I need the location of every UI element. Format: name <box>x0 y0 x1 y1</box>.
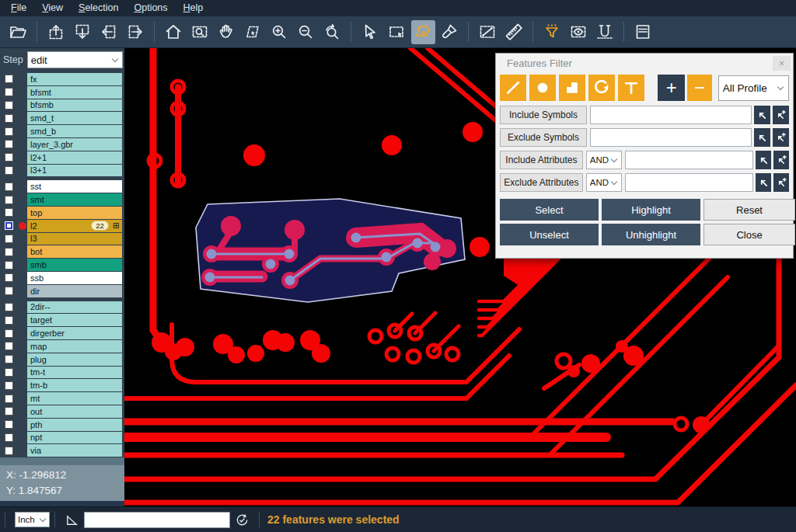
layer-row-plug[interactable]: plug <box>0 353 124 366</box>
layer-checkbox[interactable] <box>5 368 13 377</box>
tool-rect-select[interactable] <box>385 20 409 44</box>
layer-checkbox[interactable] <box>5 395 13 403</box>
add-from-canvas-button[interactable] <box>773 128 789 147</box>
layer-row-fx[interactable]: fx <box>0 73 124 85</box>
add-from-canvas-button[interactable] <box>773 151 789 169</box>
layer-row-layer_3.gbr[interactable]: layer_3.gbr <box>0 138 124 151</box>
close-icon[interactable]: × <box>773 56 791 71</box>
tool-shift-left[interactable] <box>97 20 121 44</box>
tool-zoom-in[interactable] <box>267 20 292 44</box>
layer-row-target[interactable]: target <box>0 314 124 326</box>
layer-row-l3+1[interactable]: l3+1 <box>0 165 124 177</box>
tool-zoom-window[interactable] <box>188 20 212 44</box>
layer-checkbox[interactable] <box>5 420 13 429</box>
layer-row-via[interactable]: via <box>0 444 124 457</box>
tool-import-bottom[interactable] <box>71 20 95 44</box>
tool-export-top[interactable] <box>44 20 68 44</box>
filter-shape-arc[interactable] <box>588 75 615 101</box>
tool-zoom-reset[interactable] <box>320 20 344 44</box>
layer-checkbox[interactable] <box>5 342 13 350</box>
menu-help[interactable]: Help <box>176 0 211 16</box>
layer-checkbox[interactable] <box>5 166 13 175</box>
layer-checkbox[interactable] <box>5 140 13 148</box>
filter-shape-text[interactable] <box>618 75 644 101</box>
layer-row-sst[interactable]: sst <box>0 180 124 193</box>
layer-checkbox[interactable] <box>5 101 13 110</box>
tool-measure[interactable] <box>476 20 500 44</box>
layer-checkbox[interactable] <box>5 183 13 191</box>
layer-row-smd_t[interactable]: smd_t <box>0 112 124 124</box>
add-filter-button[interactable]: + <box>658 75 685 101</box>
tool-features-filter[interactable] <box>540 20 564 44</box>
pick-from-canvas-button[interactable] <box>754 106 770 124</box>
close-button[interactable]: Close <box>703 224 795 245</box>
filter-value-input[interactable] <box>625 173 753 192</box>
filter-value-input[interactable] <box>625 151 753 169</box>
tool-pointer-select[interactable] <box>358 20 382 44</box>
filter-value-input[interactable] <box>590 128 752 147</box>
layer-checkbox[interactable] <box>5 433 13 442</box>
filter-label-button[interactable]: Exclude Symbols <box>500 128 587 147</box>
tool-snap[interactable] <box>593 20 617 44</box>
filter-value-input[interactable] <box>590 106 752 124</box>
layer-checkbox[interactable] <box>5 196 13 204</box>
filter-label-button[interactable]: Include Attributes <box>500 151 583 169</box>
layer-row-l2[interactable]: l222⊞ <box>0 220 124 232</box>
layer-checkbox[interactable] <box>5 261 13 269</box>
tool-shift-right[interactable] <box>124 20 148 44</box>
tool-open-folder[interactable] <box>6 20 30 44</box>
layer-checkbox[interactable] <box>5 208 13 217</box>
layer-checkbox[interactable] <box>5 447 13 455</box>
layer-checkbox[interactable] <box>5 248 13 256</box>
unhighlight-button[interactable]: Unhighlight <box>602 224 700 245</box>
tool-zoom-polygon[interactable] <box>241 20 265 44</box>
layer-row-smb[interactable]: smb <box>0 259 124 271</box>
layer-row-2dir--[interactable]: 2dir-- <box>0 301 124 314</box>
pick-from-canvas-button[interactable] <box>756 173 771 192</box>
layer-row-pth[interactable]: pth <box>0 419 124 431</box>
layer-checkbox[interactable] <box>5 235 13 243</box>
layer-checkbox[interactable] <box>5 127 13 136</box>
tool-home[interactable] <box>162 20 186 44</box>
filter-shape-surface[interactable] <box>559 75 585 101</box>
menu-view[interactable]: View <box>34 0 71 16</box>
layer-row-bfsmt[interactable]: bfsmt <box>0 86 124 99</box>
layer-row-tm-b[interactable]: tm-b <box>0 379 124 391</box>
layer-checkbox[interactable] <box>5 407 13 416</box>
tool-polygon-select[interactable] <box>411 20 435 44</box>
tool-clean-erase[interactable] <box>438 20 462 44</box>
layer-row-out[interactable]: out <box>0 405 124 418</box>
layer-checkbox[interactable] <box>5 316 13 325</box>
layer-row-map[interactable]: map <box>0 340 124 353</box>
add-from-canvas-button[interactable] <box>773 173 789 192</box>
unselect-button[interactable]: Unselect <box>500 224 599 245</box>
layer-row-smd_b[interactable]: smd_b <box>0 125 124 137</box>
layer-checkbox[interactable] <box>5 381 13 390</box>
layer-row-tm-t[interactable]: tm-t <box>0 367 124 379</box>
layer-checkbox[interactable] <box>5 355 13 363</box>
tool-view-box[interactable] <box>567 20 591 44</box>
tool-layers-form[interactable] <box>631 20 655 44</box>
layer-row-dir[interactable]: dir <box>0 285 124 297</box>
layer-checkbox[interactable] <box>5 221 13 230</box>
highlight-button[interactable]: Highlight <box>602 199 700 221</box>
pick-from-canvas-button[interactable] <box>756 151 771 169</box>
layer-row-npt[interactable]: npt <box>0 432 124 444</box>
menu-selection[interactable]: Selection <box>71 0 126 16</box>
layer-checkbox[interactable] <box>5 303 13 311</box>
menu-file[interactable]: File <box>3 0 34 16</box>
filter-shape-pad[interactable] <box>529 75 556 101</box>
layer-checkbox[interactable] <box>5 88 13 96</box>
layer-row-top[interactable]: top <box>0 207 124 219</box>
tool-zoom-out[interactable] <box>294 20 318 44</box>
layer-checkbox[interactable] <box>5 153 13 162</box>
layer-checkbox[interactable] <box>5 329 13 338</box>
profile-select[interactable]: All Profile <box>718 75 789 101</box>
angle-measure-icon[interactable] <box>65 513 79 527</box>
dialog-title-bar[interactable]: Features Filter × <box>496 54 793 73</box>
unit-select[interactable]: Inch <box>15 512 50 527</box>
layer-row-mt[interactable]: mt <box>0 392 124 405</box>
pick-from-canvas-button[interactable] <box>754 128 770 147</box>
layer-row-l3[interactable]: l3 <box>0 233 124 245</box>
reset-button[interactable]: Reset <box>703 199 795 221</box>
